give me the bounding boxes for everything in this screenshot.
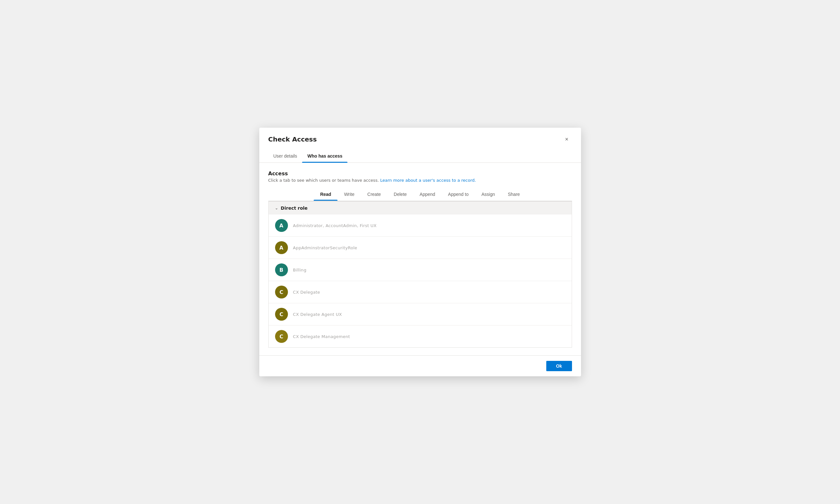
avatar: C <box>275 286 288 299</box>
item-name: Administrator, AccountAdmin, First UX <box>293 223 377 228</box>
perm-tab-delete[interactable]: Delete <box>387 189 413 201</box>
list-item: A Administrator, AccountAdmin, First UX <box>269 215 572 237</box>
permission-tabs-row: Read Write Create Delete Append Append t… <box>268 189 572 201</box>
perm-tab-append-to[interactable]: Append to <box>442 189 475 201</box>
item-name: CX Delegate <box>293 290 320 294</box>
dialog-header: Check Access × <box>259 128 581 144</box>
item-name: CX Delegate Management <box>293 334 350 339</box>
avatar: B <box>275 264 288 276</box>
list-item: B Billing <box>269 259 572 281</box>
close-icon: × <box>565 136 569 143</box>
avatar: A <box>275 241 288 254</box>
perm-tab-append[interactable]: Append <box>413 189 441 201</box>
tab-who-has-access[interactable]: Who has access <box>302 151 347 162</box>
perm-tab-write[interactable]: Write <box>338 189 361 201</box>
check-access-dialog: Check Access × User details Who has acce… <box>259 128 581 376</box>
learn-more-link[interactable]: Learn more about a user's access to a re… <box>380 178 476 183</box>
dialog-footer: Ok <box>259 355 581 376</box>
avatar: A <box>275 219 288 232</box>
list-item: C CX Delegate <box>269 281 572 303</box>
avatar: C <box>275 308 288 321</box>
list-item: C CX Delegate Agent UX <box>269 303 572 325</box>
content-area: ⌄ Direct role A Administrator, AccountAd… <box>268 201 572 348</box>
direct-role-section-header[interactable]: ⌄ Direct role <box>269 202 572 215</box>
tab-user-details[interactable]: User details <box>268 151 302 162</box>
chevron-down-icon: ⌄ <box>275 206 278 210</box>
close-button[interactable]: × <box>562 134 572 144</box>
perm-tab-read[interactable]: Read <box>314 189 338 201</box>
access-title: Access <box>268 170 572 177</box>
access-description-text: Click a tab to see which users or teams … <box>268 178 379 183</box>
access-description: Click a tab to see which users or teams … <box>268 178 572 183</box>
perm-tab-assign[interactable]: Assign <box>475 189 501 201</box>
perm-tab-share[interactable]: Share <box>501 189 526 201</box>
dialog-body: Access Click a tab to see which users or… <box>259 163 581 355</box>
item-name: AppAdminstratorSecurityRole <box>293 246 357 250</box>
direct-role-label: Direct role <box>281 205 308 211</box>
main-tabs-nav: User details Who has access <box>259 146 581 163</box>
ok-button[interactable]: Ok <box>546 361 572 371</box>
user-list: A Administrator, AccountAdmin, First UX … <box>269 215 572 347</box>
dialog-title: Check Access <box>268 136 317 143</box>
list-item: A AppAdminstratorSecurityRole <box>269 237 572 259</box>
avatar: C <box>275 330 288 343</box>
item-name: CX Delegate Agent UX <box>293 312 342 317</box>
item-name: Billing <box>293 268 307 272</box>
perm-tab-create[interactable]: Create <box>361 189 387 201</box>
list-item: C CX Delegate Management <box>269 325 572 347</box>
